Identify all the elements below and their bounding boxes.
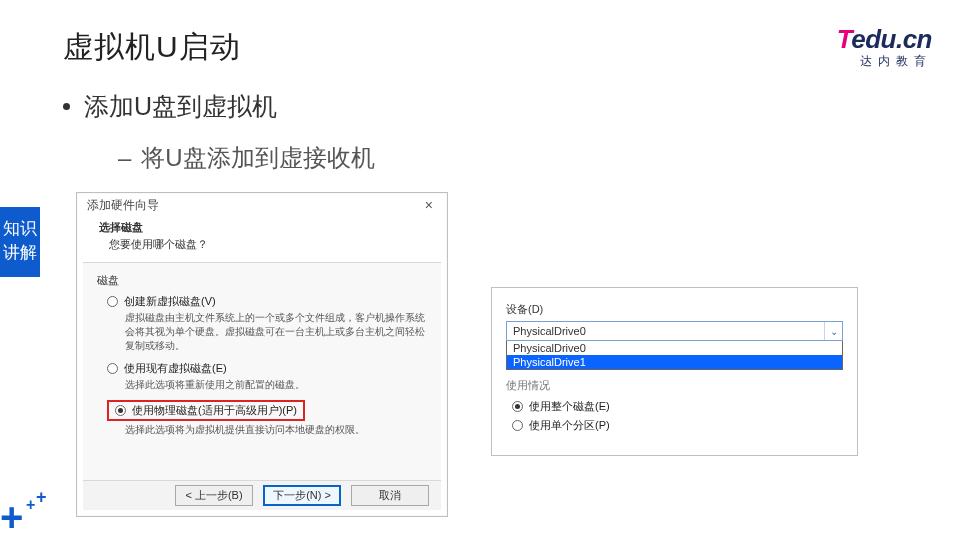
- chevron-down-icon[interactable]: ⌄: [824, 322, 842, 340]
- radio-icon[interactable]: [512, 401, 523, 412]
- option-label: 创建新虚拟磁盘(V): [124, 294, 216, 309]
- option-description: 选择此选项将为虚拟机提供直接访问本地硬盘的权限。: [125, 423, 427, 437]
- option-use-physical-disk[interactable]: 使用物理磁盘(适用于高级用户)(P) 选择此选项将为虚拟机提供直接访问本地硬盘的…: [107, 400, 427, 437]
- device-label: 设备(D): [506, 302, 843, 317]
- next-button[interactable]: 下一步(N) >: [263, 485, 341, 506]
- sub-bullet-item: – 将U盘添加到虚接收机: [118, 142, 375, 174]
- option-use-whole-disk[interactable]: 使用整个磁盘(E): [512, 399, 843, 414]
- radio-icon[interactable]: [512, 420, 523, 431]
- dialog-heading: 选择磁盘: [99, 220, 431, 235]
- combobox-value: PhysicalDrive0: [513, 325, 586, 337]
- usage-heading: 使用情况: [506, 378, 843, 393]
- brand-logo: Tedu.cn 达内教育: [837, 24, 932, 70]
- section-label-disk: 磁盘: [97, 273, 427, 288]
- dialog-window-title: 添加硬件向导: [87, 197, 159, 214]
- bullet-text: 添加U盘到虚拟机: [84, 90, 277, 123]
- sub-bullet-text: 将U盘添加到虚接收机: [141, 142, 374, 174]
- option-label: 使用整个磁盘(E): [529, 399, 610, 414]
- dialog-button-bar: < 上一步(B) 下一步(N) > 取消: [83, 480, 441, 510]
- bullet-item: 添加U盘到虚拟机: [63, 90, 277, 123]
- radio-icon[interactable]: [107, 363, 118, 374]
- radio-icon[interactable]: [107, 296, 118, 307]
- dash-icon: –: [118, 144, 131, 172]
- radio-icon[interactable]: [115, 405, 126, 416]
- highlight-box: 使用物理磁盘(适用于高级用户)(P): [107, 400, 305, 421]
- option-label: 使用物理磁盘(适用于高级用户)(P): [132, 403, 297, 418]
- back-button[interactable]: < 上一步(B): [175, 485, 253, 506]
- dialog-subheading: 您要使用哪个磁盘？: [99, 237, 431, 252]
- side-tag-label: 知识讲解: [0, 207, 40, 277]
- corner-plus-decoration: + + +: [0, 484, 60, 540]
- dropdown-option-physicaldrive0[interactable]: PhysicalDrive0: [507, 341, 842, 355]
- plus-icon: +: [0, 497, 23, 537]
- option-description: 虚拟磁盘由主机文件系统上的一个或多个文件组成，客户机操作系统会将其视为单个硬盘。…: [125, 311, 427, 353]
- option-label: 使用现有虚拟磁盘(E): [124, 361, 227, 376]
- option-create-new-vdisk[interactable]: 创建新虚拟磁盘(V) 虚拟磁盘由主机文件系统上的一个或多个文件组成，客户机操作系…: [107, 294, 427, 353]
- dropdown-option-physicaldrive1[interactable]: PhysicalDrive1: [507, 355, 842, 369]
- plus-icon: +: [26, 496, 35, 514]
- option-label: 使用单个分区(P): [529, 418, 610, 433]
- device-select-panel: 设备(D) PhysicalDrive0 ⌄ PhysicalDrive0 Ph…: [491, 287, 858, 456]
- logo-domain: edu.cn: [851, 24, 932, 54]
- bullet-dot-icon: [63, 103, 70, 110]
- add-hardware-wizard-dialog: 添加硬件向导 × 选择磁盘 您要使用哪个磁盘？ 磁盘 创建新虚拟磁盘(V) 虚拟…: [76, 192, 448, 517]
- option-description: 选择此选项将重新使用之前配置的磁盘。: [125, 378, 427, 392]
- device-combobox[interactable]: PhysicalDrive0 ⌄: [506, 321, 843, 341]
- slide-title: 虚拟机U启动: [63, 27, 241, 68]
- cancel-button[interactable]: 取消: [351, 485, 429, 506]
- logo-t-letter: T: [837, 24, 851, 54]
- plus-icon: +: [36, 487, 47, 508]
- device-dropdown-list[interactable]: PhysicalDrive0 PhysicalDrive1: [506, 341, 843, 370]
- option-use-existing-vdisk[interactable]: 使用现有虚拟磁盘(E) 选择此选项将重新使用之前配置的磁盘。: [107, 361, 427, 392]
- close-icon[interactable]: ×: [421, 197, 437, 214]
- option-use-single-partition[interactable]: 使用单个分区(P): [512, 418, 843, 433]
- logo-subtitle: 达内教育: [837, 53, 932, 70]
